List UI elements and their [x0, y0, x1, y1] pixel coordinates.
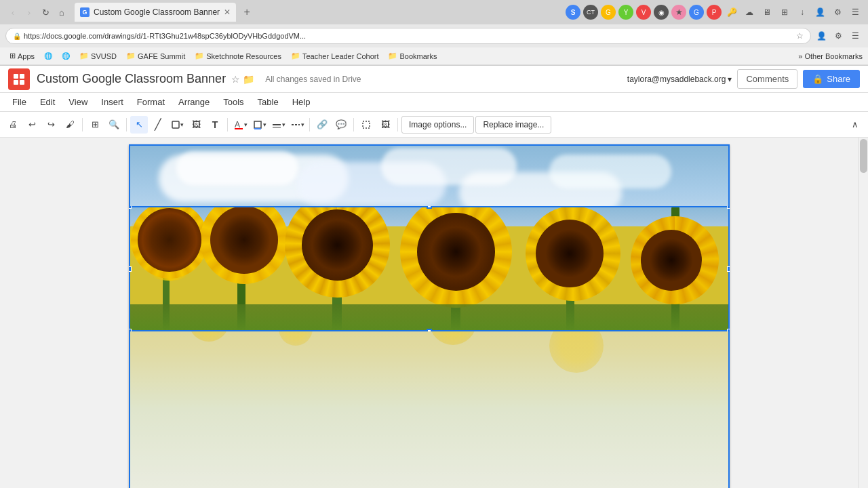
new-tab-button[interactable]: + [239, 4, 255, 20]
settings-icon[interactable]: ⚙ [831, 28, 846, 43]
bookmark-favicon2[interactable]: 🌐 [58, 51, 74, 61]
share-lock-icon: 🔒 [812, 74, 823, 84]
handle-left-mid[interactable] [129, 266, 132, 272]
ext-icon-settings[interactable]: ⚙ [830, 5, 845, 20]
image-mask-button[interactable]: 🖼 [376, 116, 394, 134]
menu-tools[interactable]: Tools [216, 94, 250, 110]
comment-button[interactable]: 💬 [332, 116, 350, 134]
ext-icon-star[interactable]: ★ [671, 5, 686, 20]
svg-rect-7 [254, 121, 261, 128]
bookmark-svusd[interactable]: 📁 SVUSD [75, 50, 121, 62]
address-right-icons: 👤 ⚙ ☰ [814, 28, 863, 43]
lock-icon: 🔒 [13, 33, 21, 40]
ext-icon-circle[interactable]: ◉ [654, 5, 669, 20]
people-icon[interactable]: 👤 [814, 28, 829, 43]
star-document-icon[interactable]: ☆ [231, 74, 240, 85]
menu-edit[interactable]: Edit [33, 94, 62, 110]
border-weight-button[interactable]: ▾ [269, 116, 287, 134]
user-info[interactable]: taylora@mysaddleback.org ▾ [627, 75, 732, 84]
bookmark-favicon1[interactable]: 🌐 [40, 51, 56, 61]
menu-help[interactable]: Help [285, 94, 317, 110]
app-logo [8, 68, 30, 90]
more-icon[interactable]: ☰ [848, 28, 863, 43]
border-color-button[interactable]: ▾ [250, 116, 268, 134]
zoom-fit-button[interactable]: ⊞ [86, 116, 104, 134]
svg-rect-4 [172, 121, 179, 128]
vertical-scrollbar[interactable] [858, 138, 868, 488]
refresh-button[interactable]: ↻ [38, 5, 53, 20]
toolbar-sep-2 [126, 118, 127, 131]
ext-icon-key[interactable]: 🔑 [724, 5, 739, 20]
link-button[interactable]: 🔗 [313, 116, 331, 134]
print-button[interactable]: 🖨 [4, 116, 22, 134]
menu-view[interactable]: View [62, 94, 94, 110]
bookmark-bookmarks[interactable]: 📁 Bookmarks [384, 50, 441, 62]
ext-icon-g2[interactable]: G [689, 5, 704, 20]
ext-icon-y[interactable]: Y [618, 5, 633, 20]
text-tool-button[interactable]: T [206, 116, 224, 134]
shape-tool-button[interactable]: ▾ [168, 116, 186, 134]
bookmarks-bar: ⊞ Apps 🌐 🌐 📁 SVUSD 📁 GAFE Summit 📁 Sketc… [0, 47, 868, 65]
toolbar-collapse-button[interactable]: ∧ [846, 116, 864, 134]
handle-right-mid[interactable] [727, 266, 730, 272]
selected-image[interactable] [129, 206, 730, 331]
ext-icon-menu[interactable]: ☰ [848, 5, 863, 20]
comments-button[interactable]: Comments [737, 69, 797, 89]
move-to-folder-icon[interactable]: 📁 [243, 74, 254, 85]
back-button[interactable]: ‹ [5, 5, 20, 20]
handle-bottom-right[interactable] [727, 329, 730, 331]
handle-top-mid[interactable] [427, 206, 432, 209]
image-insert-button[interactable]: 🖼 [187, 116, 205, 134]
toolbar-sep-4 [309, 118, 310, 131]
menu-format[interactable]: Format [130, 94, 172, 110]
image-options-button[interactable]: Image options... [401, 116, 474, 134]
other-bookmarks[interactable]: » Other Bookmarks [798, 52, 863, 60]
ext-icon-p[interactable]: P [707, 5, 722, 20]
zoom-button[interactable]: 🔍 [105, 116, 123, 134]
bookmark-apps[interactable]: ⊞ Apps [5, 50, 39, 62]
menu-arrange[interactable]: Arrange [172, 94, 216, 110]
svg-rect-1 [20, 74, 24, 79]
paint-format-button[interactable]: 🖌 [61, 116, 79, 134]
tab-favicon: G [80, 7, 90, 17]
ext-icon-grid[interactable]: ⊞ [777, 5, 792, 20]
handle-bottom-mid[interactable] [427, 329, 432, 331]
handle-top-left[interactable] [129, 206, 132, 209]
forward-button[interactable]: › [22, 5, 37, 20]
scrollbar-thumb-vertical[interactable] [860, 139, 867, 173]
bookmark-star-icon[interactable]: ☆ [796, 31, 804, 41]
tab-close-button[interactable]: ✕ [224, 7, 231, 17]
replace-image-button[interactable]: Replace image... [475, 116, 551, 134]
bookmark-gafe-label: GAFE Summit [138, 52, 185, 60]
ext-icon-g[interactable]: G [601, 5, 616, 20]
menu-table[interactable]: Table [251, 94, 285, 110]
undo-button[interactable]: ↩ [23, 116, 41, 134]
bookmark-teacher[interactable]: 📁 Teacher Leader Cohort [287, 50, 383, 62]
menu-insert[interactable]: Insert [94, 94, 130, 110]
ext-icon-user[interactable]: 👤 [812, 5, 827, 20]
redo-button[interactable]: ↪ [42, 116, 60, 134]
ext-icon-monitor[interactable]: 🖥 [760, 5, 774, 20]
fill-color-button[interactable]: A ▾ [231, 116, 249, 134]
border-dash-button[interactable]: ▾ [288, 116, 306, 134]
user-email: taylora@mysaddleback.org [627, 75, 726, 84]
home-button[interactable]: ⌂ [54, 5, 69, 20]
drawing-canvas[interactable] [129, 144, 730, 488]
folder-icon-bookmarks: 📁 [388, 52, 397, 60]
bookmark-sketchnote[interactable]: 📁 Sketchnote Resources [191, 50, 285, 62]
ext-icon-s[interactable]: S [566, 5, 580, 20]
line-tool-button[interactable]: ╱ [149, 116, 167, 134]
ext-icon-cloud[interactable]: ☁ [742, 5, 757, 20]
ext-icon-ct[interactable]: CT [583, 5, 598, 20]
ext-icon-arrow[interactable]: ↓ [795, 5, 810, 20]
handle-top-right[interactable] [727, 206, 730, 209]
menu-file[interactable]: File [5, 94, 33, 110]
select-tool-button[interactable]: ↖ [130, 116, 148, 134]
bookmark-gafe[interactable]: 📁 GAFE Summit [122, 50, 189, 62]
share-button[interactable]: 🔒 Share [803, 70, 860, 88]
ext-icon-v[interactable]: V [636, 5, 651, 20]
address-bar[interactable]: 🔒 https://docs.google.com/drawings/d/1-R… [5, 28, 811, 44]
handle-bottom-left[interactable] [129, 329, 132, 331]
crop-button[interactable] [357, 116, 375, 134]
active-tab[interactable]: G Custom Google Classroom Banner ✕ [75, 3, 236, 22]
